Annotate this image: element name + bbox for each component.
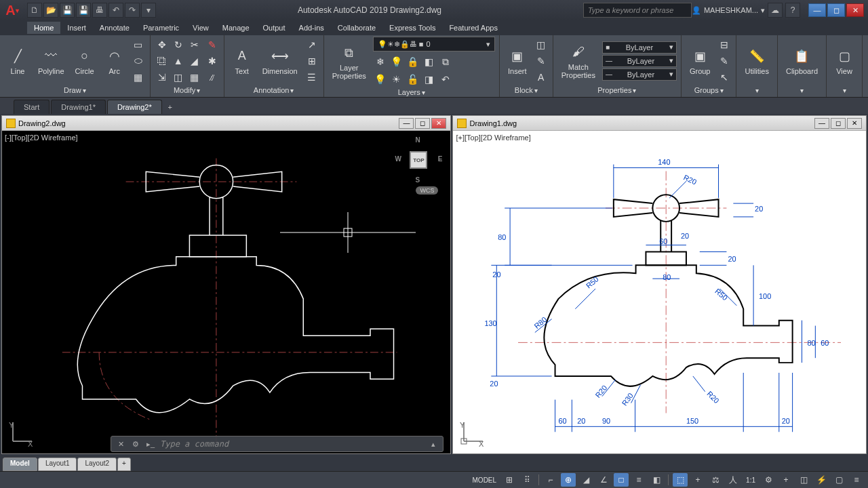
add-layout-button[interactable]: +: [117, 458, 131, 471]
new-drawing-button[interactable]: +: [163, 100, 177, 114]
leader-icon[interactable]: ↗: [304, 37, 319, 52]
tab-view[interactable]: View: [186, 22, 216, 34]
rotate-icon[interactable]: ↻: [171, 37, 186, 52]
annotation-scale-icon[interactable]: ⚖: [708, 473, 723, 487]
canvas-left[interactable]: [-][Top][2D Wireframe]: [2, 131, 450, 453]
insert-block-button[interactable]: ▣Insert: [504, 45, 531, 77]
osnap-tracking-icon[interactable]: ∠: [596, 473, 611, 487]
cmd-history-icon[interactable]: ▴: [428, 439, 439, 449]
viewcube[interactable]: N W E S TOP: [395, 136, 442, 184]
linetype-combo[interactable]: — ByLayer ▾: [602, 55, 677, 67]
offset-icon[interactable]: ⫽: [205, 70, 220, 85]
vp-close-button[interactable]: ✕: [431, 118, 446, 129]
user-account[interactable]: 👤 MAHESHKAM... ▾: [692, 6, 765, 15]
tab-manage[interactable]: Manage: [216, 22, 256, 34]
arc-button[interactable]: ◠Arc: [101, 45, 128, 77]
ungroup-icon[interactable]: ⊟: [717, 37, 732, 52]
command-input[interactable]: Type a command: [160, 439, 424, 449]
annotation-visibility-icon[interactable]: 人: [726, 473, 741, 487]
mirror-icon[interactable]: ▲: [171, 54, 186, 68]
utilities-button[interactable]: 📏Utilities: [741, 45, 772, 77]
rectangle-icon[interactable]: ▭: [131, 37, 146, 52]
fillet-icon[interactable]: ◢: [187, 54, 202, 68]
save-icon[interactable]: 💾: [60, 3, 75, 18]
explode-icon[interactable]: ✱: [205, 54, 220, 68]
open-icon[interactable]: 📂: [43, 3, 58, 18]
scale-label[interactable]: 1:1: [743, 476, 758, 484]
layout2-tab[interactable]: Layout2: [77, 458, 117, 471]
table-icon[interactable]: ⊞: [304, 54, 319, 68]
erase-icon[interactable]: ✎: [205, 37, 220, 52]
polyline-button[interactable]: 〰Polyline: [34, 45, 68, 77]
line-button[interactable]: ╱Line: [4, 45, 31, 77]
lineweight-combo[interactable]: — ByLayer ▾: [602, 68, 677, 81]
polar-icon[interactable]: ⊕: [561, 473, 576, 487]
model-tab[interactable]: Model: [3, 458, 37, 471]
cmd-options-icon[interactable]: ⚙: [130, 439, 141, 449]
doc-tab-drawing1[interactable]: Drawing1*: [51, 100, 106, 114]
layer-combo[interactable]: 💡☀❄🔒🖶 ■ 0▾: [373, 37, 495, 52]
edit-block-icon[interactable]: ✎: [534, 54, 549, 68]
vp-minimize-button[interactable]: —: [399, 118, 414, 129]
doc-tab-drawing2[interactable]: Drawing2*: [107, 100, 162, 114]
color-combo[interactable]: ■ ByLayer ▾: [602, 41, 677, 54]
layer-lock-icon[interactable]: 🔒: [406, 54, 420, 69]
canvas-right[interactable]: [+][Top][2D Wireframe]: [453, 131, 866, 453]
layer-thaw-icon[interactable]: ☀: [389, 72, 404, 87]
array-icon[interactable]: ▦: [187, 70, 202, 85]
hatch-icon[interactable]: ▦: [131, 70, 146, 85]
lineweight-icon[interactable]: ≡: [631, 473, 646, 487]
tab-parametric[interactable]: Parametric: [136, 22, 186, 34]
attrib-icon[interactable]: A: [534, 70, 549, 85]
close-button[interactable]: ✕: [846, 3, 864, 17]
redo-icon[interactable]: ↷: [125, 3, 140, 18]
app-logo[interactable]: A▾: [3, 1, 22, 20]
maximize-button[interactable]: ◻: [827, 3, 845, 17]
a360-icon[interactable]: ☁: [768, 3, 783, 18]
wcs-badge[interactable]: WCS: [416, 186, 438, 195]
move-icon[interactable]: ✥: [155, 37, 170, 52]
layer-properties-button[interactable]: ⧉Layer Properties: [328, 42, 370, 81]
cmd-close-icon[interactable]: ✕: [115, 439, 126, 449]
group-button[interactable]: ▣Group: [686, 45, 715, 77]
group-select-icon[interactable]: ↖: [717, 70, 732, 85]
customize-icon[interactable]: ≡: [849, 473, 864, 487]
vp-close-button[interactable]: ✕: [847, 118, 862, 129]
layer-prev-icon[interactable]: ↶: [438, 72, 453, 87]
workspace-switch-icon[interactable]: ⚙: [761, 473, 776, 487]
layer-unlock-icon[interactable]: 🔓: [406, 72, 420, 87]
transparency-icon[interactable]: ◧: [649, 473, 664, 487]
plot-icon[interactable]: 🖶: [92, 3, 107, 18]
snap-icon[interactable]: ⠿: [519, 473, 534, 487]
osnap-icon[interactable]: □: [614, 473, 629, 487]
clean-screen-icon[interactable]: ▢: [831, 473, 846, 487]
view-controls-right[interactable]: [+][Top][2D Wireframe]: [456, 134, 530, 142]
tab-home[interactable]: Home: [27, 22, 60, 34]
help-icon[interactable]: ?: [785, 3, 800, 18]
copy-icon[interactable]: ⿻: [155, 54, 170, 68]
view-controls-left[interactable]: [-][Top][2D Wireframe]: [5, 134, 78, 142]
saveas-icon[interactable]: 💾: [76, 3, 91, 18]
circle-button[interactable]: ○Circle: [71, 45, 98, 77]
group-edit-icon[interactable]: ✎: [717, 54, 732, 68]
hardware-accel-icon[interactable]: ⚡: [814, 473, 829, 487]
ellipse-icon[interactable]: ⬭: [131, 54, 146, 68]
tab-output[interactable]: Output: [256, 22, 292, 34]
isodraft-icon[interactable]: ◢: [578, 473, 593, 487]
scale-icon[interactable]: ◫: [171, 70, 186, 85]
minimize-button[interactable]: —: [808, 3, 826, 17]
layout1-tab[interactable]: Layout1: [38, 458, 77, 471]
isolate-icon[interactable]: ◫: [796, 473, 811, 487]
model-space-toggle[interactable]: MODEL: [470, 476, 500, 484]
qat-more-icon[interactable]: ▾: [141, 3, 156, 18]
new-icon[interactable]: 🗋: [27, 3, 42, 18]
layer-off-icon[interactable]: 💡: [389, 54, 404, 69]
clipboard-button[interactable]: 📋Clipboard: [782, 45, 822, 77]
stretch-icon[interactable]: ⇲: [155, 70, 170, 85]
tab-express[interactable]: Express Tools: [382, 22, 442, 34]
undo-icon[interactable]: ↶: [108, 3, 123, 18]
viewcube-top[interactable]: TOP: [410, 151, 427, 169]
layer-freeze-icon[interactable]: ❄: [373, 54, 388, 69]
layer-match-icon[interactable]: ⧉: [438, 54, 453, 69]
view-button[interactable]: ▢View: [831, 45, 858, 77]
